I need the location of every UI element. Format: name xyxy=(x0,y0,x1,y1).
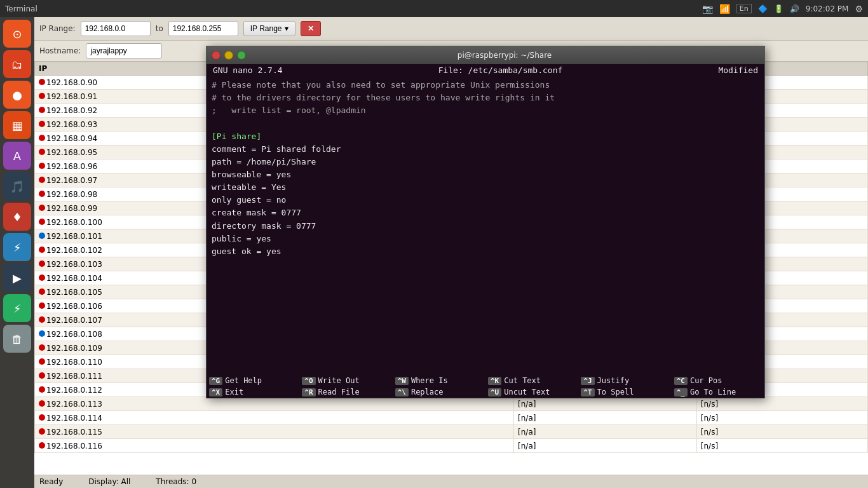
nano-shortcut-item: ^JJustify xyxy=(578,375,671,386)
system-bar: Terminal 📷 📶 En 🔷 🔋 🔊 9:02:02 PM ⚙ xyxy=(0,0,868,17)
nano-shortcut-label: Get Help xyxy=(225,376,262,385)
settings-icon[interactable]: ⚙ xyxy=(855,4,863,14)
zap-icon[interactable]: ⚡ xyxy=(3,294,31,322)
blue-dot xyxy=(39,330,45,337)
close-scan-button[interactable]: ✕ xyxy=(301,21,321,36)
fonts-icon[interactable]: A xyxy=(3,142,31,170)
battery-icon: 🔋 xyxy=(774,4,783,13)
ip-from-input[interactable] xyxy=(81,21,151,36)
red-dot xyxy=(39,191,45,197)
red-dot xyxy=(39,400,45,407)
nano-shortcut-item: ^_Go To Line xyxy=(672,386,764,398)
main-area: IP Range: to IP Range ▾ ✕ Hostname: IP P… xyxy=(34,17,868,488)
ip-cell: 192.168.0.115 xyxy=(35,425,514,439)
ping-cell: [n/a] xyxy=(514,425,697,439)
ip-range-button-label: IP Range xyxy=(250,24,282,33)
red-dot xyxy=(39,163,45,169)
ubuntu-logo[interactable]: ⊙ xyxy=(3,20,31,48)
media-icon[interactable]: 🎵 xyxy=(3,172,31,200)
table-row[interactable]: 192.168.0.115[n/a][n/s] xyxy=(35,425,868,439)
red-dot xyxy=(39,442,45,449)
nano-shortcut-label: To Spell xyxy=(597,388,634,396)
status-display: Display: All xyxy=(88,477,130,486)
red-dot xyxy=(39,288,45,295)
table-row[interactable]: 192.168.0.114[n/a][n/s] xyxy=(35,411,868,425)
hostname-input[interactable] xyxy=(86,43,162,58)
hostname-cell: [n/s] xyxy=(696,439,867,453)
nano-editor[interactable]: GNU nano 2.7.4 File: /etc/samba/smb.conf… xyxy=(207,64,764,398)
nano-shortcut-label: Write Out xyxy=(318,376,360,385)
ip-to-input[interactable] xyxy=(168,21,238,36)
red-dot xyxy=(39,372,45,379)
nano-shortcut-label: Cur Pos xyxy=(690,376,722,385)
files-icon[interactable]: 🗂 xyxy=(3,50,31,78)
nano-shortcut-key: ^X xyxy=(209,388,222,396)
blue-dot xyxy=(39,233,45,239)
nano-shortcut-item: ^UUncut Text xyxy=(485,386,578,398)
red-dot xyxy=(39,107,45,113)
maximize-button[interactable] xyxy=(237,51,246,60)
nano-shortcut-key: ^K xyxy=(488,377,501,385)
nano-shortcut-key: ^T xyxy=(581,388,594,396)
keyboard-lang[interactable]: En xyxy=(736,4,752,13)
terminal-titlebar: pi@raspberrypi: ~/Share xyxy=(207,46,764,64)
trash-icon[interactable]: 🗑 xyxy=(3,325,31,353)
volume-icon: 🔊 xyxy=(790,4,799,13)
nano-app-name: GNU nano 2.7.4 xyxy=(213,65,283,75)
red-dot xyxy=(39,205,45,211)
nano-shortcut-key: ^U xyxy=(488,388,501,396)
nano-shortcut-item: ^\Replace xyxy=(393,386,485,398)
minimize-button[interactable] xyxy=(224,51,233,60)
chrome-icon[interactable]: ● xyxy=(3,81,31,109)
red-dot xyxy=(39,219,45,225)
ip-to-label: to xyxy=(156,24,163,33)
hostname-label: Hostname: xyxy=(39,46,81,55)
bluetooth-icon: 🔷 xyxy=(758,4,768,13)
nano-shortcut-key: ^O xyxy=(302,377,315,385)
ping-cell: [n/a] xyxy=(514,411,697,425)
red-dot xyxy=(39,274,45,281)
nano-shortcut-item: ^XExit xyxy=(207,386,299,398)
nano-shortcut-label: Justify xyxy=(597,376,630,385)
nano-shortcut-label: Read File xyxy=(318,388,360,396)
hostname-cell: [n/s] xyxy=(696,397,867,411)
hostname-cell: [n/s] xyxy=(696,425,867,439)
red-dot xyxy=(39,302,45,309)
ip-cell: 192.168.0.116 xyxy=(35,439,514,453)
status-threads: Threads: 0 xyxy=(156,477,196,486)
red-dot xyxy=(39,121,45,127)
ip-cell: 192.168.0.114 xyxy=(35,411,514,425)
nano-shortcut-label: Go To Line xyxy=(690,388,736,396)
red-dot xyxy=(39,177,45,183)
nano-footer: ^GGet Help^OWrite Out^WWhere Is^KCut Tex… xyxy=(207,375,764,398)
nano-shortcut-label: Exit xyxy=(225,388,243,396)
nano-shortcut-label: Uncut Text xyxy=(504,388,550,396)
table-row[interactable]: 192.168.0.113[n/a][n/s] xyxy=(35,397,868,411)
table-row[interactable]: 192.168.0.116[n/a][n/s] xyxy=(35,439,868,453)
nano-shortcut-item: ^KCut Text xyxy=(485,375,578,386)
status-ready: Ready xyxy=(39,477,63,486)
red-dot xyxy=(39,414,45,421)
nano-content[interactable]: # Please note that you also need to set … xyxy=(207,76,764,375)
close-button[interactable] xyxy=(212,51,220,60)
nano-shortcut-key: ^G xyxy=(209,377,222,385)
red-dot xyxy=(39,93,45,99)
terminal-icon[interactable]: ▶ xyxy=(3,264,31,292)
red-dot xyxy=(39,386,45,393)
wifi-icon: 📶 xyxy=(719,4,730,14)
system-bar-right: 📷 📶 En 🔷 🔋 🔊 9:02:02 PM ⚙ xyxy=(702,4,863,14)
ip-range-label: IP Range: xyxy=(39,24,76,33)
apps-icon[interactable]: ▦ xyxy=(3,111,31,139)
util-icon[interactable]: ⚡ xyxy=(3,233,31,261)
red-dot xyxy=(39,247,45,253)
nano-shortcut-key: ^R xyxy=(302,388,315,396)
ruby-icon[interactable]: ♦ xyxy=(3,203,31,231)
nano-shortcut-key: ^W xyxy=(395,377,409,385)
red-dot xyxy=(39,428,45,435)
nano-shortcut-item: ^CCur Pos xyxy=(672,375,764,386)
terminal-title: pi@raspberrypi: ~/Share xyxy=(250,51,759,60)
nano-modified-indicator: Modified xyxy=(718,65,758,75)
ip-range-button[interactable]: IP Range ▾ xyxy=(243,21,295,36)
ip-cell: 192.168.0.113 xyxy=(35,397,514,411)
red-dot xyxy=(39,316,45,323)
